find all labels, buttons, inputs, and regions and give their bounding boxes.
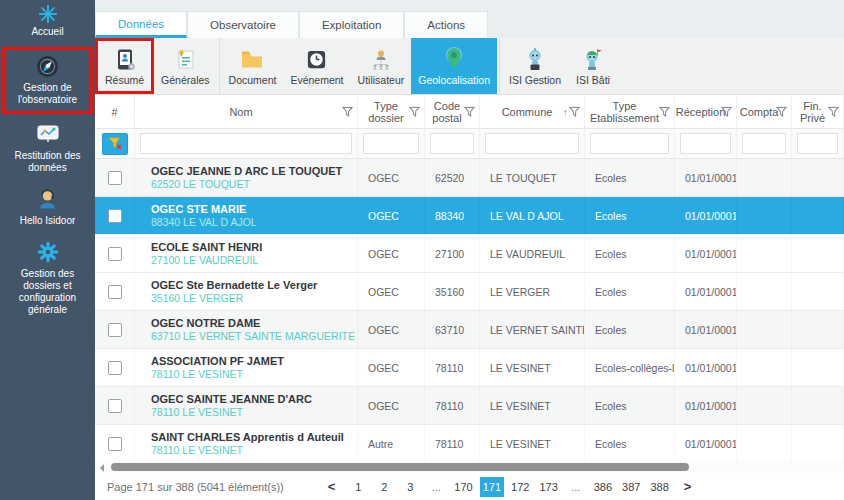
- table-row[interactable]: ASSOCIATION PF JAMET78110 LE VESINET OGE…: [95, 349, 844, 387]
- toolbar-button-utilisateur[interactable]: Utilisateur: [351, 38, 412, 94]
- page-button[interactable]: 3: [399, 477, 421, 497]
- page-buttons: < 1 2 3 ... 170 171 172 173 ... 386 387 …: [320, 477, 700, 497]
- table-row[interactable]: ECOLE SAINT HENRI27100 LE VAUDREUIL OGEC…: [95, 235, 844, 273]
- toolbar-button-resume[interactable]: Résumé: [95, 38, 154, 94]
- cell-commune: LE VAL D AJOL: [480, 197, 585, 234]
- tab-donnees[interactable]: Données: [95, 11, 187, 38]
- table-row[interactable]: OGEC JEANNE D ARC LE TOUQUET62520 LE TOU…: [95, 159, 844, 197]
- scrollbar-thumb[interactable]: [111, 463, 689, 471]
- tab-observatoire[interactable]: Observatoire: [187, 11, 299, 38]
- page-button[interactable]: 170: [451, 477, 475, 497]
- row-checkbox[interactable]: [108, 361, 122, 375]
- filter-input-code-postal[interactable]: [430, 133, 474, 154]
- column-header-fin-prive[interactable]: Fin. Privé: [792, 95, 844, 128]
- filter-funnel-icon[interactable]: [776, 106, 787, 117]
- next-page-chevron[interactable]: >: [684, 479, 692, 494]
- filter-funnel-icon[interactable]: [721, 106, 732, 117]
- cell-fin-prive: [792, 159, 844, 196]
- row-checkbox[interactable]: [108, 209, 122, 223]
- page-button[interactable]: 2: [373, 477, 395, 497]
- toolbar-button-document[interactable]: Document: [222, 38, 284, 94]
- row-name: SAINT CHARLES Apprentis d Auteuil: [151, 431, 344, 444]
- cell-type-dossier: OGEC: [358, 273, 425, 310]
- page-button-current[interactable]: 171: [480, 477, 504, 497]
- table-row[interactable]: OGEC Ste Bernadette Le Verger35160 LE VE…: [95, 273, 844, 311]
- row-address-link[interactable]: 78110 LE VESINET: [151, 368, 243, 381]
- page-button[interactable]: 172: [508, 477, 532, 497]
- toolbar-button-generales[interactable]: Générales: [154, 38, 216, 94]
- column-header-nom[interactable]: Nom: [135, 95, 358, 128]
- filter-input-compta[interactable]: [742, 133, 786, 154]
- compass-icon: [36, 53, 59, 79]
- row-address-link[interactable]: 62520 LE TOUQUET: [151, 178, 250, 191]
- table-row[interactable]: OGEC SAINTE JEANNE D'ARC78110 LE VESINET…: [95, 387, 844, 425]
- row-address-link[interactable]: 88340 LE VAL D AJOL: [151, 216, 257, 229]
- filter-input-type-dossier[interactable]: [363, 133, 419, 154]
- scroll-left-arrow-icon[interactable]: [100, 464, 104, 472]
- row-checkbox[interactable]: [108, 437, 122, 451]
- toolbar-button-isi-bati[interactable]: ISI Bâti: [568, 38, 618, 94]
- page-button[interactable]: 388: [647, 477, 671, 497]
- page-summary: Page 171 sur 388 (5041 élément(s)): [107, 481, 284, 493]
- row-checkbox[interactable]: [108, 171, 122, 185]
- filter-input-fin-prive[interactable]: [797, 133, 838, 154]
- column-header-code-postal[interactable]: Code postal: [425, 95, 480, 128]
- tab-exploitation[interactable]: Exploitation: [299, 11, 404, 38]
- toolbar-button-isi-gestion[interactable]: ISI Gestion: [502, 38, 568, 94]
- horizontal-scrollbar[interactable]: [95, 461, 844, 473]
- column-header-compta[interactable]: Compta: [737, 95, 792, 128]
- filter-funnel-icon[interactable]: [464, 106, 475, 117]
- page-button[interactable]: 173: [536, 477, 560, 497]
- row-address-link[interactable]: 78110 LE VESINET: [151, 406, 243, 419]
- cell-type-etablissement: Ecoles: [585, 273, 675, 310]
- filter-input-commune[interactable]: [485, 133, 579, 154]
- table-row[interactable]: SAINT CHARLES Apprentis d Auteuil78110 L…: [95, 425, 844, 461]
- table-row[interactable]: OGEC NOTRE DAME63710 LE VERNET SAINTE MA…: [95, 311, 844, 349]
- sidebar-item-accueil[interactable]: Accueil: [0, 0, 95, 45]
- page-button[interactable]: 1: [347, 477, 369, 497]
- toolbar-button-evenement[interactable]: Evénement: [283, 38, 350, 94]
- row-address-link[interactable]: 27100 LE VAUDREUIL: [151, 254, 258, 267]
- column-header-reception[interactable]: Réception: [675, 95, 737, 128]
- column-header-commune[interactable]: Commune ↑: [480, 95, 585, 128]
- toolbar-button-label: Résumé: [105, 74, 144, 86]
- filter-funnel-icon[interactable]: [409, 106, 420, 117]
- table-row-selected[interactable]: OGEC STE MARIE88340 LE VAL D AJOL OGEC 8…: [95, 197, 844, 235]
- page-button[interactable]: 386: [591, 477, 615, 497]
- prev-page-chevron[interactable]: <: [328, 479, 336, 494]
- sidebar-item-hello-isidoor[interactable]: Hello Isidoor: [0, 181, 95, 234]
- page-button[interactable]: 387: [619, 477, 643, 497]
- toolbar-button-geolocalisation[interactable]: Geolocalisation: [411, 38, 497, 94]
- cell-reception: 01/01/0001 00: [675, 159, 737, 196]
- filter-input-nom[interactable]: [140, 133, 352, 154]
- column-header-type-etablissement[interactable]: Type Etablissement: [585, 95, 675, 128]
- row-checkbox[interactable]: [108, 323, 122, 337]
- filter-input-type-etablissement[interactable]: [590, 133, 669, 154]
- row-name: OGEC SAINTE JEANNE D'ARC: [151, 393, 312, 406]
- row-checkbox[interactable]: [108, 399, 122, 413]
- row-checkbox[interactable]: [108, 285, 122, 299]
- user-hierarchy-icon: [369, 46, 393, 72]
- cell-compta: [737, 387, 792, 424]
- ribbon-toolbar: Résumé Générales Document: [95, 38, 844, 95]
- row-address-link[interactable]: 78110 LE VESINET: [151, 444, 243, 457]
- filter-input-reception[interactable]: [680, 133, 731, 154]
- sidebar-item-gestion-observatoire[interactable]: Gestion de l'observatoire: [2, 47, 93, 114]
- row-address-link[interactable]: 63710 LE VERNET SAINTE MARGUERITE: [151, 330, 355, 343]
- cell-commune: LE VESINET: [480, 387, 585, 424]
- tab-actions[interactable]: Actions: [404, 11, 488, 38]
- filter-funnel-icon[interactable]: [342, 106, 353, 117]
- row-address-link[interactable]: 35160 LE VERGER: [151, 292, 243, 305]
- column-header-type-dossier[interactable]: Type dossier: [358, 95, 425, 128]
- data-grid: # Nom Type dossier Code postal Commune ↑…: [95, 95, 844, 500]
- sidebar-item-restitution-donnees[interactable]: Restitution des données: [0, 116, 95, 181]
- clear-filter-button[interactable]: [102, 133, 128, 155]
- cell-code-postal: 78110: [425, 425, 480, 461]
- row-checkbox[interactable]: [108, 247, 122, 261]
- cell-compta: [737, 273, 792, 310]
- filter-funnel-icon[interactable]: [659, 106, 670, 117]
- filter-funnel-icon[interactable]: [569, 106, 580, 117]
- filter-funnel-icon[interactable]: [828, 106, 839, 117]
- sidebar-item-gestion-dossiers[interactable]: Gestion des dossiers et configuration gé…: [0, 234, 95, 323]
- cell-type-etablissement: Ecoles: [585, 159, 675, 196]
